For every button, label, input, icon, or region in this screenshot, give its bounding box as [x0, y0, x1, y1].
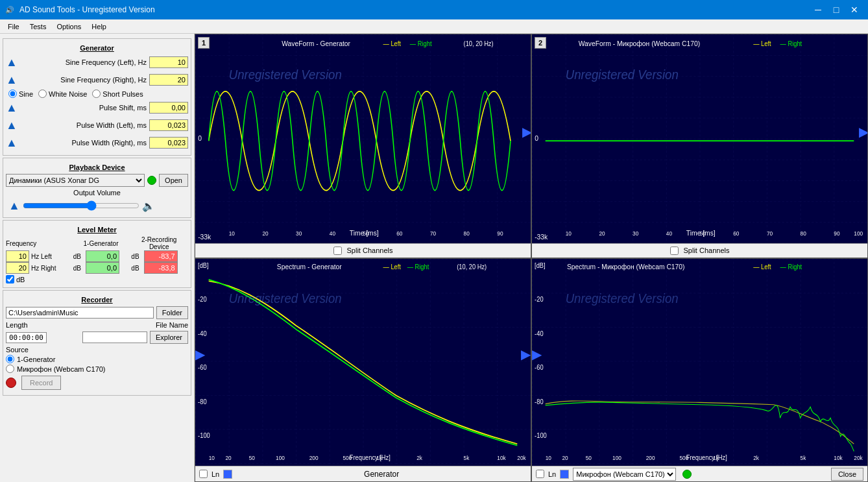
spectrum1-panel: [dB] -20 -40 -60 -80 -100 Frequency [Hz]…: [195, 258, 531, 483]
svg-text:WaveForm - Generator: WaveForm - Generator: [282, 40, 350, 48]
playback-device-select[interactable]: Динамики (ASUS Xonar DG: [6, 174, 145, 187]
svg-text:Spectrum - Микрофон (Webcam C1: Spectrum - Микрофон (Webcam C170): [567, 262, 685, 271]
db-checkbox[interactable]: [6, 275, 14, 283]
split-channels2-label: Split Channels: [684, 247, 730, 254]
svg-text:70: 70: [767, 230, 773, 237]
split-channels1-label: Split Channels: [347, 247, 393, 254]
spectrum2-device-select[interactable]: Микрофон (Webcam C170): [573, 468, 676, 481]
menu-options[interactable]: Options: [51, 21, 86, 32]
lm-col2-header: 2-RecordingDevice: [130, 236, 188, 250]
wave-whitenoise-label[interactable]: White Noise: [38, 90, 87, 98]
svg-text:Unregistered Version: Unregistered Version: [229, 291, 342, 306]
source-generator-row: 1-Generator: [6, 355, 188, 363]
wave-sine-radio[interactable]: [8, 90, 17, 98]
waveform1-right-arrow: ▶: [522, 124, 531, 139]
title-bar: 🔊 AD Sound Tools - Unregistered Version …: [0, 0, 868, 19]
lm-freq-header: Frequency: [6, 236, 72, 250]
svg-text:200: 200: [309, 454, 319, 461]
pulse-width-right-arrow: ▲: [6, 135, 18, 151]
lm-left-hz-label: Hz Left: [31, 253, 52, 260]
ln2-checkbox[interactable]: [536, 470, 544, 478]
lm-right-db1-input[interactable]: [86, 262, 119, 274]
generator-section: Generator ▲ Sine Frequency (Left), Hz ▲ …: [3, 38, 191, 156]
svg-text:-60: -60: [535, 363, 544, 371]
record-row: Record: [6, 376, 188, 390]
svg-text:0: 0: [198, 134, 202, 143]
lm-db-label-right2: dB: [130, 262, 143, 274]
svg-rect-63: [532, 259, 867, 466]
spectrum1-right-arrow: ▶: [521, 346, 531, 362]
svg-text:500: 500: [679, 454, 688, 461]
explorer-button[interactable]: Explorer: [150, 331, 188, 344]
lm-left-db2-input[interactable]: [144, 250, 178, 262]
source-mic-label: Микрофон (Webcam C170): [17, 365, 106, 373]
wave-shortpulse-label[interactable]: Short Pulses: [92, 90, 143, 98]
source-generator-label: 1-Generator: [17, 355, 55, 363]
sine-freq-right-input[interactable]: [149, 74, 188, 86]
open-button[interactable]: Open: [159, 174, 188, 187]
svg-text:— Right: — Right: [780, 40, 802, 48]
volume-arrow: ▲: [8, 198, 20, 213]
menu-help[interactable]: Help: [86, 21, 112, 32]
menu-bar: File Tests Options Help: [0, 19, 868, 34]
svg-text:5k: 5k: [464, 454, 470, 461]
spectrum2-color-block: [560, 470, 569, 479]
folder-button[interactable]: Folder: [156, 306, 188, 319]
playback-title: Playback Device: [6, 163, 188, 171]
record-button[interactable]: Record: [21, 376, 61, 390]
db-checkbox-row: dB: [6, 275, 188, 283]
svg-text:50: 50: [249, 454, 255, 461]
svg-text:Frequency [Hz]: Frequency [Hz]: [350, 453, 391, 461]
chart1-number: 1: [198, 37, 210, 49]
pulse-width-left-input[interactable]: [149, 119, 188, 131]
svg-text:5k: 5k: [801, 454, 806, 461]
wave-sine-label[interactable]: Sine: [8, 90, 33, 98]
svg-text:10: 10: [229, 230, 235, 237]
source-mic-row: Микрофон (Webcam C170): [6, 365, 188, 373]
svg-text:20: 20: [226, 454, 232, 461]
filename-input[interactable]: [82, 331, 147, 343]
svg-text:-20: -20: [198, 295, 207, 303]
minimize-button[interactable]: ─: [810, 1, 826, 18]
svg-text:60: 60: [396, 230, 402, 237]
source-mic-radio[interactable]: [6, 365, 14, 373]
lm-right-db2-input[interactable]: [144, 262, 178, 274]
svg-text:50: 50: [700, 230, 706, 237]
split-channels2-checkbox[interactable]: [670, 247, 679, 255]
pulse-width-right-input[interactable]: [149, 137, 188, 149]
time-display: 00:00:00: [6, 332, 47, 343]
svg-text:— Left: — Left: [383, 263, 402, 271]
wave-shortpulse-radio[interactable]: [92, 90, 101, 98]
svg-text:0: 0: [535, 134, 538, 143]
wave-whitenoise-radio[interactable]: [38, 90, 47, 98]
svg-text:100: 100: [854, 230, 863, 237]
spectrum1-bottom: Ln Generator: [195, 466, 531, 481]
menu-file[interactable]: File: [3, 21, 25, 32]
folder-path-input[interactable]: [6, 307, 154, 319]
source-section: Source 1-Generator Микрофон (Webcam C170…: [6, 346, 188, 373]
close-button[interactable]: ✕: [846, 1, 863, 18]
svg-text:— Right: — Right: [407, 263, 429, 271]
waveform2-right-arrow: ▶: [859, 124, 868, 139]
svg-rect-19: [532, 34, 867, 243]
source-generator-radio[interactable]: [6, 355, 14, 363]
spectrum2-svg: [dB] -20 -40 -60 -80 -100 Frequency [Hz]…: [532, 259, 867, 466]
svg-text:10: 10: [209, 454, 215, 461]
ln1-checkbox[interactable]: [199, 470, 208, 478]
recorder-title: Recorder: [6, 296, 188, 304]
sine-freq-left-input[interactable]: [149, 56, 188, 68]
svg-text:-80: -80: [198, 398, 207, 405]
main-content: Generator ▲ Sine Frequency (Left), Hz ▲ …: [0, 34, 868, 482]
split-channels1-checkbox[interactable]: [333, 247, 342, 255]
lm-left-freq-input[interactable]: [6, 250, 29, 262]
maximize-button[interactable]: □: [828, 1, 845, 18]
menu-tests[interactable]: Tests: [25, 21, 52, 32]
close-button-spectrum[interactable]: Close: [831, 468, 863, 481]
volume-slider[interactable]: [23, 200, 139, 211]
lm-left-db1-input[interactable]: [86, 250, 119, 262]
pulse-shift-input[interactable]: [149, 102, 188, 114]
svg-text:-40: -40: [198, 330, 207, 337]
lm-right-freq-input[interactable]: [6, 262, 29, 274]
svg-text:20k: 20k: [517, 454, 526, 461]
spectrum1-left-arrow: ▶: [195, 346, 205, 362]
